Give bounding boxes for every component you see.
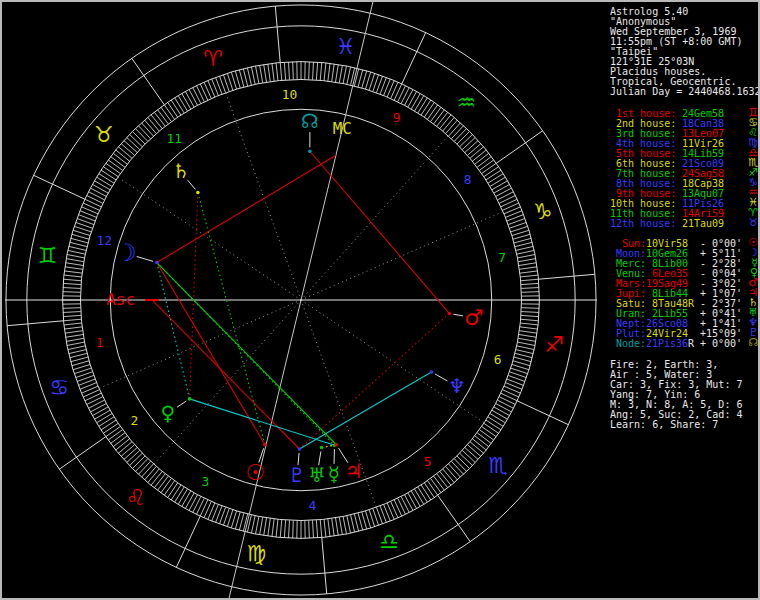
sun-icon: ☉ [246,460,266,485]
planet-velocity: - 0°04' [700,268,742,278]
house-row: 4th house:11Vir26♍ [610,138,758,148]
mars-icon: ♂ [464,305,484,330]
planet-label: Jupi: [610,288,646,298]
house-row: 6th house:21Sco09♏ [610,158,758,168]
house-cusp-value: 18Can38 [682,118,724,128]
planet-velocity: - 2°28' [700,258,742,268]
planet-row: Mars:19Sag49 - 3°02'♂ [610,278,758,288]
planet-velocity: + 5°11' [700,248,742,258]
house-cusp-value: 18Cap38 [682,178,724,188]
planet-position-value: 2Lib55 [646,308,688,318]
uranus-pointer [319,451,321,465]
planet-velocity: + 1°41' [700,318,742,328]
chart-header: Astrolog 5.40"Anonymous"Wed September 3,… [610,6,758,96]
planet-label: Moon: [610,248,646,258]
neptune-icon: ♆ [448,375,466,398]
retrograde-flag [688,268,694,278]
planet-position-value: 26Sco08 [646,318,688,328]
house-cusp-value: 14Lib59 [682,148,724,158]
planet-position-value: 6Leo35 [646,268,688,278]
saturn-degree-dot [196,191,200,195]
house-label: 5th house: [610,148,676,158]
retrograde-flag [688,258,694,268]
header-line: Wed September 3, 1969 [610,26,758,36]
house-label: 1st house: [610,108,676,118]
house-label: 2nd house: [610,118,676,128]
house-cusp-value: 24Gem58 [682,108,724,118]
house-row: 2nd house:18Can38♋ [610,118,758,128]
neptune-degree-dot [430,370,434,374]
sign-pisces-icon: ♓ [336,34,356,59]
house-row: 3rd house:13Leo07♌ [610,128,758,138]
house-label: 3rd house: [610,128,676,138]
planet-row: Jupi: 8Lib44 + 1°07'♃ [610,288,758,298]
header-line: "Taipei" [610,46,758,56]
retrograde-flag [688,238,694,248]
planet-velocity: - 3°02' [700,278,742,288]
moon-degree-dot [155,261,159,265]
house-number-6: 6 [494,352,502,367]
planet-position-value: 19Sag49 [646,278,688,288]
header-line: Tropical, Geocentric. [610,76,758,86]
planet-velocity: + 0°00' [700,338,742,348]
planet-label: Venu: [610,268,646,278]
planet-position-value: 8Lib00 [646,258,688,268]
uranus-degree-dot [320,446,324,450]
house-number-5: 5 [424,454,432,469]
planet-label: Sun: [610,238,646,248]
house-cusp-value: 24Sag58 [682,168,724,178]
house-row: 5th house:14Lib59♎ [610,148,758,158]
aspect-line-neptune-pluto [299,372,431,449]
house-label: 12th house: [610,218,676,228]
planet-label: Plut: [610,328,646,338]
header-line: Placidus houses. [610,66,758,76]
header-line: 11:55pm (ST +8:00 GMT) [610,36,758,46]
sun-degree-dot [263,443,267,447]
house-label: 11th house: [610,208,676,218]
house-number-2: 2 [130,413,138,428]
retrograde-flag [688,288,694,298]
house-cusp-value: 13Aqu07 [682,188,724,198]
planet-row: Sun:10Vir58 - 0°00'☉ [610,238,758,248]
house-number-7: 7 [498,250,506,265]
house-label: 4th house: [610,138,676,148]
planet-position-value: 8Tau48 [646,298,688,308]
house-number-9: 9 [393,110,401,125]
house-number-3: 3 [201,475,209,490]
mars-degree-dot [448,312,452,316]
sign-cancer-icon: ♋ [49,375,69,400]
house-row: 7th house:24Sag58♐ [610,168,758,178]
chart-wheel-svg: ☉☽☿♀♂♃♄♅♆♇☊♈♉♊♋♌♍♎♏♐♑♒♓123456789101112As… [2,2,600,598]
sign-taurus-icon: ♉ [94,122,114,147]
sign-leo-icon: ♌ [126,485,146,510]
mc-label: MC [333,119,352,138]
mars-pointer [453,314,463,316]
house-cusp-value: 21Sco09 [682,158,724,168]
house-number-1: 1 [96,335,104,350]
sign-aquarius-icon: ♒ [457,90,477,115]
planet-position-value: 21Pis36 [646,338,688,348]
sign-scorpio-icon: ♏ [488,453,508,478]
house-number-12: 12 [97,233,113,248]
stats-line: Fire: 2, Earth: 3, [610,359,758,369]
house-cusp-value: 21Tau09 [682,218,724,228]
house-row: 1st house:24Gem58♊ [610,108,758,118]
planet-icon: ☊ [748,338,758,348]
venus-pointer [177,401,186,407]
sign-sagittarius-icon: ♐ [545,332,565,357]
stats-line: Car: 3, Fix: 3, Mut: 7 [610,379,758,389]
retrograde-flag [688,248,694,258]
planet-velocity: +15°09' [700,328,742,338]
asc-label: Asc [106,290,135,309]
house-row: 11th house:14Ari59♈ [610,208,758,218]
aspect-line-moon-venus [157,263,190,399]
planet-position-value: 10Gem26 [646,248,688,258]
planet-row: Node:21Pis36R+ 0°00'☊ [610,338,758,348]
astrolog-window[interactable]: ☉☽☿♀♂♃♄♅♆♇☊♈♉♊♋♌♍♎♏♐♑♒♓123456789101112As… [0,0,760,600]
house-row: 12th house:21Tau09♉ [610,218,758,228]
planet-position-value: 24Vir24 [646,328,688,338]
sign-virgo-icon: ♍ [247,541,267,566]
aspect-line-node-mars [310,151,450,313]
retrograde-flag: R [688,338,694,348]
pluto-icon: ♇ [288,464,306,487]
